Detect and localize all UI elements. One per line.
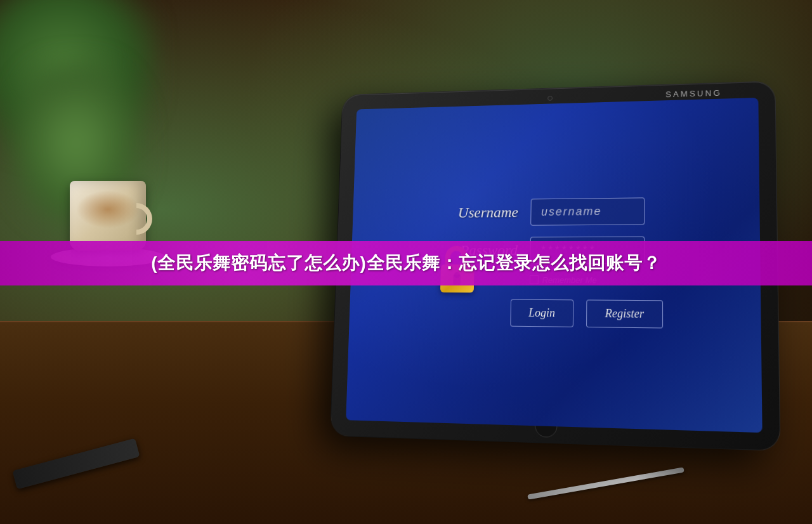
- login-button[interactable]: Login: [510, 299, 573, 327]
- banner-text: (全民乐舞密码忘了怎么办)全民乐舞：忘记登录怎么找回账号？: [151, 251, 661, 275]
- cup: [70, 181, 146, 251]
- username-label: Username: [439, 204, 518, 221]
- buttons-row: Login Register: [510, 299, 663, 328]
- register-button[interactable]: Register: [586, 299, 663, 328]
- camera-dot: [547, 96, 553, 101]
- banner-overlay: (全民乐舞密码忘了怎么办)全民乐舞：忘记登录怎么找回账号？: [0, 241, 812, 285]
- brand-label: SAMSUNG: [665, 88, 722, 99]
- username-input[interactable]: username: [530, 197, 645, 225]
- username-row: Username username: [439, 197, 645, 226]
- cup-handle: [136, 203, 152, 235]
